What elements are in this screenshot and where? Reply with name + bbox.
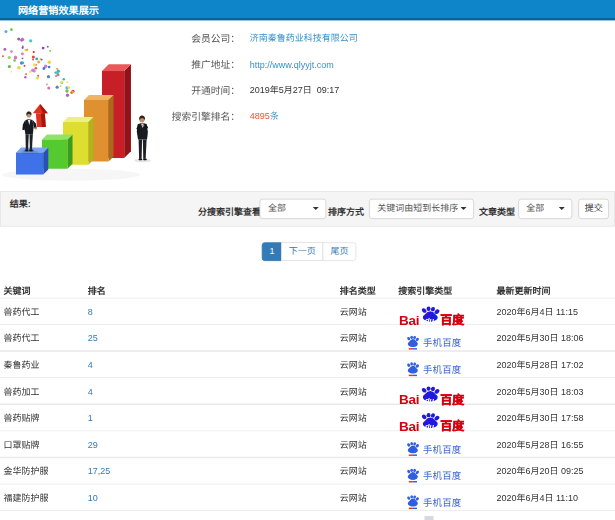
svg-text:Bai: Bai [399,392,419,407]
svg-text:手机百度: 手机百度 [423,495,462,509]
svg-text:手机百度: 手机百度 [423,335,462,349]
svg-text:Bai: Bai [399,313,419,328]
svg-text:手机百度: 手机百度 [423,362,462,376]
svg-text:手机百度: 手机百度 [423,468,462,482]
svg-text:手机百度: 手机百度 [423,442,462,456]
svg-text:Bai: Bai [399,419,419,434]
